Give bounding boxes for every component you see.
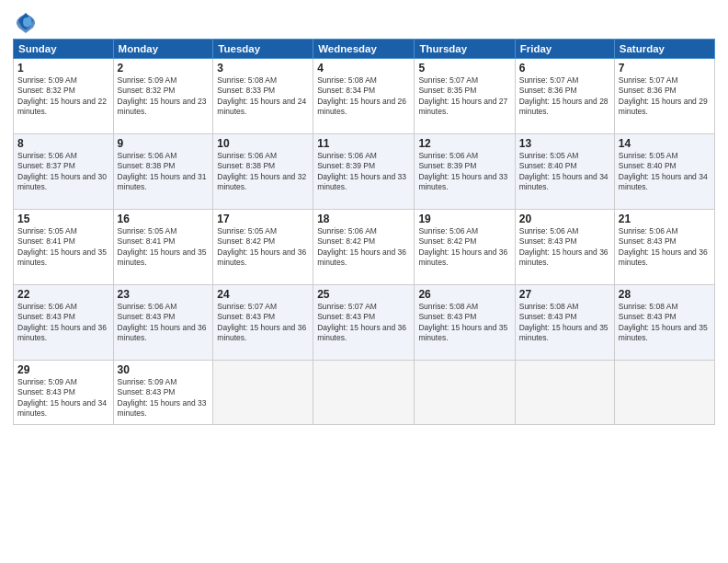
day-info: Sunrise: 5:08 AM Sunset: 8:43 PM Dayligh…	[519, 302, 610, 344]
day-info: Sunrise: 5:05 AM Sunset: 8:41 PM Dayligh…	[17, 226, 109, 269]
day-number: 26	[418, 288, 510, 301]
sunrise-label: Sunrise: 5:06 AM	[418, 226, 478, 236]
daylight-label: Daylight: 15 hours and 34 minutes.	[619, 172, 708, 191]
day-number: 4	[317, 62, 410, 75]
calendar-cell	[614, 361, 714, 425]
sunrise-label: Sunrise: 5:09 AM	[17, 377, 77, 386]
sunrise-label: Sunrise: 5:06 AM	[418, 151, 478, 160]
day-info: Sunrise: 5:07 AM Sunset: 8:43 PM Dayligh…	[217, 302, 309, 344]
calendar-week-3: 15 Sunrise: 5:05 AM Sunset: 8:41 PM Dayl…	[14, 210, 715, 285]
daylight-label: Daylight: 15 hours and 35 minutes.	[519, 323, 609, 342]
daylight-label: Daylight: 15 hours and 33 minutes.	[317, 172, 406, 191]
day-number: 27	[519, 288, 610, 301]
daylight-label: Daylight: 15 hours and 36 minutes.	[418, 247, 507, 267]
day-info: Sunrise: 5:06 AM Sunset: 8:43 PM Dayligh…	[619, 226, 711, 269]
calendar-cell: 30 Sunrise: 5:09 AM Sunset: 8:43 PM Dayl…	[113, 361, 213, 425]
day-info: Sunrise: 5:06 AM Sunset: 8:38 PM Dayligh…	[217, 151, 309, 193]
calendar-cell: 13 Sunrise: 5:05 AM Sunset: 8:40 PM Dayl…	[515, 134, 614, 210]
calendar-cell: 26 Sunrise: 5:08 AM Sunset: 8:43 PM Dayl…	[415, 285, 515, 361]
daylight-label: Daylight: 15 hours and 33 minutes.	[418, 172, 507, 191]
day-number: 10	[217, 137, 309, 150]
sunrise-label: Sunrise: 5:06 AM	[217, 151, 277, 160]
calendar-cell: 5 Sunrise: 5:07 AM Sunset: 8:35 PM Dayli…	[415, 59, 515, 134]
header	[13, 9, 715, 35]
sunrise-label: Sunrise: 5:09 AM	[118, 75, 177, 85]
day-number: 1	[17, 62, 109, 75]
day-info: Sunrise: 5:05 AM Sunset: 8:41 PM Dayligh…	[118, 226, 210, 269]
day-number: 3	[217, 62, 309, 75]
daylight-label: Daylight: 15 hours and 36 minutes.	[217, 247, 306, 267]
daylight-label: Daylight: 15 hours and 33 minutes.	[118, 398, 207, 418]
calendar-cell: 16 Sunrise: 5:05 AM Sunset: 8:41 PM Dayl…	[113, 210, 213, 285]
sunset-label: Sunset: 8:37 PM	[17, 161, 75, 170]
day-info: Sunrise: 5:06 AM Sunset: 8:39 PM Dayligh…	[317, 151, 410, 193]
day-info: Sunrise: 5:06 AM Sunset: 8:39 PM Dayligh…	[418, 151, 510, 193]
sunset-label: Sunset: 8:43 PM	[418, 312, 476, 321]
calendar-cell: 15 Sunrise: 5:05 AM Sunset: 8:41 PM Dayl…	[14, 210, 114, 285]
daylight-label: Daylight: 15 hours and 32 minutes.	[217, 172, 306, 191]
sunrise-label: Sunrise: 5:05 AM	[619, 151, 678, 160]
calendar-cell: 24 Sunrise: 5:07 AM Sunset: 8:43 PM Dayl…	[213, 285, 313, 361]
day-info: Sunrise: 5:06 AM Sunset: 8:43 PM Dayligh…	[17, 302, 109, 344]
day-number: 17	[217, 213, 309, 225]
calendar-cell: 9 Sunrise: 5:06 AM Sunset: 8:38 PM Dayli…	[113, 134, 213, 210]
calendar-cell: 25 Sunrise: 5:07 AM Sunset: 8:43 PM Dayl…	[313, 285, 415, 361]
day-number: 18	[317, 213, 410, 225]
calendar-cell: 21 Sunrise: 5:06 AM Sunset: 8:43 PM Dayl…	[614, 210, 714, 285]
sunset-label: Sunset: 8:43 PM	[118, 387, 176, 396]
calendar-cell: 14 Sunrise: 5:05 AM Sunset: 8:40 PM Dayl…	[614, 134, 714, 210]
calendar-cell: 7 Sunrise: 5:07 AM Sunset: 8:36 PM Dayli…	[614, 59, 714, 134]
sunrise-label: Sunrise: 5:05 AM	[519, 151, 579, 160]
day-info: Sunrise: 5:07 AM Sunset: 8:43 PM Dayligh…	[317, 302, 410, 344]
sunrise-label: Sunrise: 5:05 AM	[17, 226, 77, 236]
calendar-cell: 23 Sunrise: 5:06 AM Sunset: 8:43 PM Dayl…	[113, 285, 213, 361]
sunset-label: Sunset: 8:43 PM	[619, 236, 677, 246]
daylight-label: Daylight: 15 hours and 36 minutes.	[317, 247, 406, 267]
day-info: Sunrise: 5:05 AM Sunset: 8:40 PM Dayligh…	[519, 151, 610, 193]
calendar-cell: 8 Sunrise: 5:06 AM Sunset: 8:37 PM Dayli…	[14, 134, 114, 210]
daylight-label: Daylight: 15 hours and 34 minutes.	[17, 398, 107, 418]
daylight-label: Daylight: 15 hours and 36 minutes.	[519, 247, 609, 267]
calendar-cell: 2 Sunrise: 5:09 AM Sunset: 8:32 PM Dayli…	[113, 59, 213, 134]
sunset-label: Sunset: 8:42 PM	[317, 236, 375, 246]
calendar-cell: 22 Sunrise: 5:06 AM Sunset: 8:43 PM Dayl…	[14, 285, 114, 361]
day-number: 5	[418, 62, 510, 75]
calendar-cell	[313, 361, 415, 425]
day-info: Sunrise: 5:05 AM Sunset: 8:42 PM Dayligh…	[217, 226, 309, 269]
sunset-label: Sunset: 8:42 PM	[418, 236, 476, 246]
daylight-label: Daylight: 15 hours and 36 minutes.	[17, 323, 107, 342]
sunrise-label: Sunrise: 5:06 AM	[118, 302, 177, 311]
day-info: Sunrise: 5:06 AM Sunset: 8:37 PM Dayligh…	[17, 151, 109, 193]
sunrise-label: Sunrise: 5:06 AM	[118, 151, 177, 160]
calendar-cell	[213, 361, 313, 425]
sunrise-label: Sunrise: 5:06 AM	[619, 226, 678, 236]
calendar-week-5: 29 Sunrise: 5:09 AM Sunset: 8:43 PM Dayl…	[14, 361, 715, 425]
calendar-cell	[415, 361, 515, 425]
sunrise-label: Sunrise: 5:06 AM	[17, 151, 77, 160]
calendar-cell: 29 Sunrise: 5:09 AM Sunset: 8:43 PM Dayl…	[14, 361, 114, 425]
sunset-label: Sunset: 8:32 PM	[17, 86, 75, 95]
calendar-week-1: 1 Sunrise: 5:09 AM Sunset: 8:32 PM Dayli…	[14, 59, 715, 134]
calendar-table: SundayMondayTuesdayWednesdayThursdayFrid…	[13, 39, 715, 425]
day-number: 28	[619, 288, 711, 301]
sunrise-label: Sunrise: 5:09 AM	[17, 75, 77, 85]
sunset-label: Sunset: 8:36 PM	[519, 86, 577, 95]
day-info: Sunrise: 5:08 AM Sunset: 8:43 PM Dayligh…	[619, 302, 711, 344]
sunset-label: Sunset: 8:42 PM	[217, 236, 275, 246]
sunrise-label: Sunrise: 5:06 AM	[519, 226, 579, 236]
sunrise-label: Sunrise: 5:08 AM	[418, 302, 478, 311]
day-number: 8	[17, 137, 109, 150]
daylight-label: Daylight: 15 hours and 35 minutes.	[619, 323, 708, 342]
day-info: Sunrise: 5:09 AM Sunset: 8:43 PM Dayligh…	[118, 377, 210, 419]
day-info: Sunrise: 5:09 AM Sunset: 8:43 PM Dayligh…	[17, 377, 109, 419]
daylight-label: Daylight: 15 hours and 26 minutes.	[317, 97, 406, 116]
calendar-cell: 6 Sunrise: 5:07 AM Sunset: 8:36 PM Dayli…	[515, 59, 614, 134]
sunrise-label: Sunrise: 5:07 AM	[519, 75, 579, 85]
col-header-wednesday: Wednesday	[313, 40, 415, 59]
day-info: Sunrise: 5:05 AM Sunset: 8:40 PM Dayligh…	[619, 151, 711, 193]
sunset-label: Sunset: 8:43 PM	[317, 312, 375, 321]
day-info: Sunrise: 5:06 AM Sunset: 8:43 PM Dayligh…	[118, 302, 210, 344]
daylight-label: Daylight: 15 hours and 27 minutes.	[418, 97, 507, 116]
day-number: 23	[118, 288, 210, 301]
day-number: 30	[118, 363, 210, 376]
